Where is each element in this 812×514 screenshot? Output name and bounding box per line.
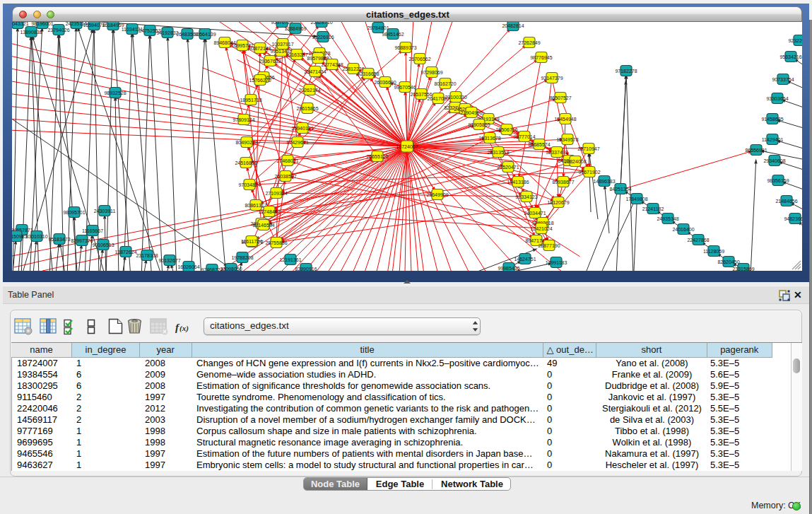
- svg-text:23794026: 23794026: [47, 28, 69, 33]
- svg-text:26036690: 26036690: [374, 80, 396, 85]
- svg-text:22774348: 22774348: [321, 62, 343, 67]
- svg-text:29367632: 29367632: [259, 59, 281, 64]
- svg-text:11611724: 11611724: [241, 239, 262, 244]
- svg-text:27109324: 27109324: [265, 191, 287, 196]
- svg-text:90733754: 90733754: [772, 77, 794, 82]
- svg-text:18506716: 18506716: [495, 127, 517, 132]
- svg-text:20824008: 20824008: [564, 159, 586, 164]
- svg-text:98451462: 98451462: [382, 32, 404, 37]
- svg-text:21241182: 21241182: [642, 206, 664, 211]
- svg-text:97298069: 97298069: [420, 70, 442, 75]
- svg-text:92337498: 92337498: [546, 150, 567, 155]
- svg-text:20482814: 20482814: [502, 23, 524, 28]
- svg-text:83010310: 83010310: [25, 234, 47, 239]
- svg-text:17991183: 17991183: [546, 260, 567, 265]
- svg-text:18313678: 18313678: [478, 136, 500, 141]
- svg-text:24935348: 24935348: [657, 216, 678, 221]
- svg-text:95634216: 95634216: [779, 54, 801, 59]
- svg-text:99985435: 99985435: [498, 266, 519, 271]
- svg-text:24313518: 24313518: [487, 150, 509, 155]
- svg-text:80861317: 80861317: [245, 203, 266, 208]
- svg-text:23178108: 23178108: [136, 253, 158, 258]
- svg-text:86556981: 86556981: [745, 148, 767, 153]
- svg-text:14624751: 14624751: [514, 257, 536, 262]
- svg-text:(x): (x): [180, 324, 189, 333]
- svg-text:28755886: 28755886: [265, 240, 287, 245]
- svg-text:20262174: 20262174: [298, 88, 320, 93]
- svg-text:23098050: 23098050: [220, 267, 242, 271]
- svg-text:12748467: 12748467: [258, 209, 280, 214]
- svg-text:93777014: 93777014: [513, 134, 535, 139]
- svg-text:25655125: 25655125: [366, 154, 388, 159]
- svg-text:82997376: 82997376: [71, 238, 93, 243]
- svg-text:11429401: 11429401: [762, 137, 784, 142]
- svg-text:99670546: 99670546: [394, 85, 416, 90]
- svg-text:15766270: 15766270: [249, 78, 271, 83]
- svg-text:98356159: 98356159: [767, 178, 789, 183]
- svg-text:90106513: 90106513: [92, 243, 114, 247]
- svg-text:13872624: 13872624: [114, 250, 136, 255]
- svg-text:90564139: 90564139: [194, 32, 216, 37]
- svg-text:97034824: 97034824: [238, 182, 260, 187]
- svg-text:27262849: 27262849: [518, 40, 540, 45]
- svg-text:91226916: 91226916: [312, 35, 334, 40]
- svg-text:97809134: 97809134: [233, 117, 254, 122]
- svg-text:13150983: 13150983: [12, 234, 28, 239]
- svg-text:93303654: 93303654: [766, 96, 788, 101]
- svg-text:26038597: 26038597: [274, 174, 296, 179]
- svg-text:98095701: 98095701: [63, 210, 85, 215]
- svg-text:92316658: 92316658: [357, 71, 379, 76]
- svg-text:93147379: 93147379: [541, 76, 563, 81]
- svg-text:22710947: 22710947: [577, 146, 599, 151]
- svg-text:27468071: 27468071: [276, 158, 298, 163]
- svg-text:13884969: 13884969: [284, 26, 306, 31]
- svg-text:12191361: 12191361: [279, 257, 301, 262]
- svg-text:84251354: 84251354: [609, 187, 631, 192]
- svg-text:89938677: 89938677: [552, 180, 574, 185]
- svg-text:19788208: 19788208: [231, 255, 253, 260]
- svg-text:83990916: 83990916: [295, 267, 317, 271]
- svg-text:96889373: 96889373: [394, 45, 416, 50]
- svg-text:28877190: 28877190: [538, 243, 560, 248]
- svg-text:29784801: 29784801: [367, 25, 389, 30]
- svg-text:27520471: 27520471: [497, 165, 519, 170]
- svg-text:90132677: 90132677: [158, 258, 180, 263]
- svg-text:14896383: 14896383: [593, 179, 615, 184]
- svg-text:80162720: 80162720: [434, 81, 456, 86]
- svg-text:25328710: 25328710: [310, 22, 332, 25]
- svg-text:18120679: 18120679: [547, 200, 569, 205]
- svg-text:11165667: 11165667: [82, 228, 103, 233]
- svg-text:89579868: 89579868: [307, 56, 329, 61]
- svg-text:29615865: 29615865: [296, 106, 318, 111]
- svg-text:93872148: 93872148: [249, 46, 271, 51]
- svg-text:82146584: 82146584: [252, 223, 274, 228]
- svg-text:94823662: 94823662: [784, 216, 802, 221]
- svg-text:24303911: 24303911: [94, 209, 116, 214]
- svg-text:19413186: 19413186: [507, 180, 529, 185]
- svg-text:80490278: 80490278: [235, 140, 257, 145]
- svg-text:25940139: 25940139: [291, 126, 313, 131]
- svg-text:98196001: 98196001: [31, 22, 53, 26]
- svg-text:91905865: 91905865: [468, 122, 490, 127]
- svg-text:91043321: 91043321: [12, 22, 29, 26]
- svg-text:18951718: 18951718: [240, 98, 261, 103]
- svg-text:98776945: 98776945: [530, 55, 552, 60]
- svg-text:92322602: 92322602: [788, 38, 802, 43]
- svg-text:25812236: 25812236: [342, 66, 364, 71]
- svg-text:98932528: 98932528: [104, 90, 126, 95]
- svg-text:16026064: 16026064: [177, 264, 199, 269]
- svg-text:82620450: 82620450: [717, 259, 739, 264]
- svg-text:97182278: 97182278: [615, 69, 637, 74]
- svg-text:91458685: 91458685: [761, 117, 783, 122]
- svg-text:97429671: 97429671: [286, 140, 308, 145]
- svg-text:22427868: 22427868: [687, 238, 709, 243]
- svg-text:29649909: 29649909: [426, 192, 448, 197]
- svg-text:12421024: 12421024: [530, 226, 552, 231]
- svg-text:24016400: 24016400: [672, 227, 694, 232]
- svg-text:17849808: 17849808: [625, 197, 647, 201]
- svg-text:91671902: 91671902: [578, 170, 600, 175]
- svg-text:94192832: 94192832: [156, 30, 178, 35]
- svg-text:15454948: 15454948: [554, 117, 576, 122]
- svg-text:21484656: 21484656: [775, 199, 797, 204]
- svg-text:10037917: 10037917: [271, 42, 293, 47]
